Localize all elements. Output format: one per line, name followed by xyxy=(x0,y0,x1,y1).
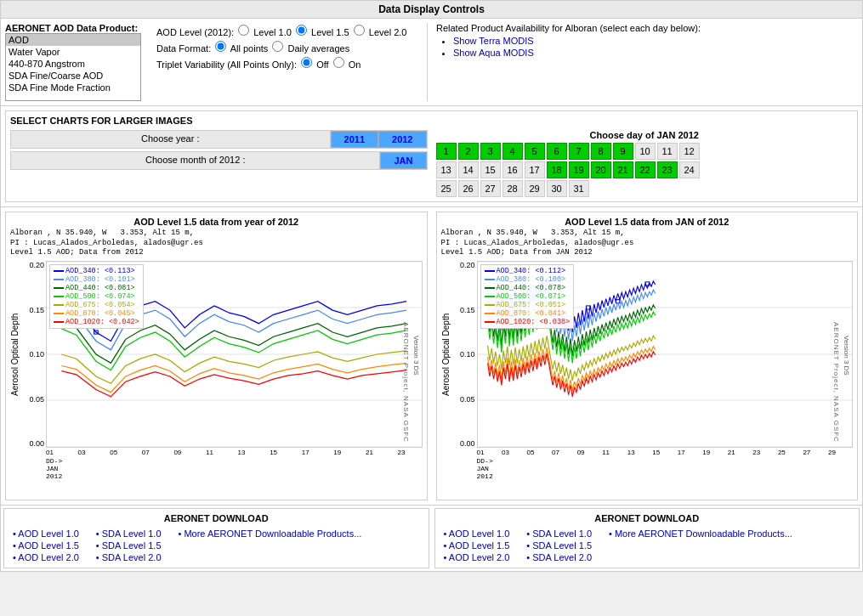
left-nasa-watermark: AERONET Project, NASA GSFC xyxy=(402,322,410,443)
cal-day-2[interactable]: 2 xyxy=(458,143,479,160)
left-aod-15-link[interactable]: AOD Level 1.5 xyxy=(13,540,79,551)
cal-day-5[interactable]: 5 xyxy=(525,143,545,160)
right-more-link[interactable]: More AERONET Downloadable Products... xyxy=(609,528,792,540)
legend-500: AOD_500: <0.074> xyxy=(54,292,139,301)
cal-day-17[interactable]: 17 xyxy=(525,161,545,178)
left-y-ticks: 0.20 0.15 0.10 0.05 0.00 xyxy=(22,261,46,448)
aqua-modis-link[interactable]: Show Aqua MODIS xyxy=(453,48,534,58)
cal-day-12[interactable]: 12 xyxy=(679,143,700,160)
cal-day-11[interactable]: 11 xyxy=(657,143,678,160)
r-legend-675: AOD_675: <0.051> xyxy=(485,301,571,309)
right-sda-15-link[interactable]: SDA Level 1.5 xyxy=(526,540,592,551)
right-aod-10-link[interactable]: AOD Level 1.0 xyxy=(444,528,510,540)
cal-day-27[interactable]: 27 xyxy=(480,180,501,197)
cal-day-22[interactable]: 22 xyxy=(635,161,656,178)
right-chart-container: AOD Level 1.5 data from JAN of 2012 Albo… xyxy=(436,212,859,500)
cal-day-6[interactable]: 6 xyxy=(547,143,567,160)
left-aod-10-link[interactable]: AOD Level 1.0 xyxy=(13,528,79,540)
cal-day-28[interactable]: 28 xyxy=(502,180,523,197)
year-2012-button[interactable]: 2012 xyxy=(378,131,426,148)
cal-day-31[interactable]: 31 xyxy=(569,180,589,197)
product-aod[interactable]: AOD xyxy=(6,34,140,46)
right-sda-20-link[interactable]: SDA Level 2.0 xyxy=(526,551,592,563)
cal-day-9[interactable]: 9 xyxy=(613,143,633,160)
product-sda-fine-mode[interactable]: SDA Fine Mode Fraction xyxy=(6,82,140,93)
cal-day-23[interactable]: 23 xyxy=(657,161,678,178)
download-row: AERONET DOWNLOAD AOD Level 1.0 AOD Level… xyxy=(1,505,862,571)
right-x-ticks: 0103050709 1113151719 2123252729 xyxy=(441,449,854,456)
triplet-on-radio[interactable] xyxy=(333,57,344,68)
cal-day-25[interactable]: 25 xyxy=(436,180,457,197)
aod-level-row: AOD Level (2012): Level 1.0 Level 1.5 Le… xyxy=(156,23,406,39)
product-watervapor[interactable]: Water Vapor xyxy=(6,46,140,58)
month-jan-button[interactable]: JAN xyxy=(380,152,426,169)
right-sda-10-link[interactable]: SDA Level 1.0 xyxy=(526,528,592,540)
aod-level-10-radio[interactable] xyxy=(238,25,249,36)
right-aod-col: AOD Level 1.0 AOD Level 1.5 AOD Level 2.… xyxy=(444,528,510,563)
calendar-row-1: 1 2 3 4 5 6 7 8 9 10 11 12 xyxy=(436,143,854,160)
year-2011-button[interactable]: 2011 xyxy=(331,131,378,148)
triplet-off-radio[interactable] xyxy=(301,57,312,68)
cal-day-21[interactable]: 21 xyxy=(613,161,633,178)
cal-day-10[interactable]: 10 xyxy=(635,143,656,160)
cal-day-18[interactable]: 18 xyxy=(547,161,567,178)
aod-level-20-radio[interactable] xyxy=(354,25,365,36)
left-chart-container: AOD Level 1.5 data from year of 2012 Alb… xyxy=(5,212,428,500)
format-daily-radio[interactable] xyxy=(272,41,283,52)
cal-day-13[interactable]: 13 xyxy=(436,161,457,178)
cal-day-3[interactable]: 3 xyxy=(480,143,501,160)
year-buttons: 2011 2012 xyxy=(331,131,427,148)
cal-day-4[interactable]: 4 xyxy=(502,143,523,160)
right-chart-meta: Alboran , N 35.940, W 3.353, Alt 15 m, P… xyxy=(441,229,854,258)
r-legend-340: AOD_340: <0.112> xyxy=(485,267,571,275)
left-version-label: Version 3 DS xyxy=(412,336,420,376)
left-aod-20-link[interactable]: AOD Level 2.0 xyxy=(13,551,79,563)
cal-day-29[interactable]: 29 xyxy=(525,180,545,197)
product-angstrom[interactable]: 440-870 Angstrom xyxy=(6,58,140,70)
left-sda-15-link[interactable]: SDA Level 1.5 xyxy=(96,540,162,551)
select-charts-section: SELECT CHARTS FOR LARGER IMAGES Choose y… xyxy=(5,110,858,202)
cal-day-30[interactable]: 30 xyxy=(547,180,567,197)
left-aod-col: AOD Level 1.0 AOD Level 1.5 AOD Level 2.… xyxy=(13,528,79,563)
product-sda-fine-coarse[interactable]: SDA Fine/Coarse AOD xyxy=(6,70,140,82)
format-allpoints-radio[interactable] xyxy=(215,41,226,52)
aqua-modis-item: Show Aqua MODIS xyxy=(453,48,858,58)
calendar-row-3: 25 26 27 28 29 30 31 xyxy=(436,180,854,197)
cal-day-24[interactable]: 24 xyxy=(679,161,700,178)
product-listbox[interactable]: AOD Water Vapor 440-870 Angstrom SDA Fin… xyxy=(5,33,141,101)
related-products: Related Product Availability for Alboran… xyxy=(436,23,858,58)
controls-section: AERONET AOD Data Product: AOD Water Vapo… xyxy=(1,19,862,106)
cal-day-20[interactable]: 20 xyxy=(591,161,611,178)
right-download-links: AOD Level 1.0 AOD Level 1.5 AOD Level 2.… xyxy=(444,528,851,563)
cal-day-14[interactable]: 14 xyxy=(458,161,479,178)
aod-level-label: AOD Level (2012): xyxy=(156,27,234,37)
legend-675: AOD_675: <0.054> xyxy=(54,301,139,309)
cal-day-15[interactable]: 15 xyxy=(480,161,501,178)
year-label: Choose year : xyxy=(11,131,331,148)
cal-day-16[interactable]: 16 xyxy=(502,161,523,178)
cal-day-1[interactable]: 1 xyxy=(436,143,457,160)
left-sda-10-link[interactable]: SDA Level 1.0 xyxy=(96,528,162,540)
legend-1020: AOD_1020: <0.042> xyxy=(54,318,139,326)
month-label: Choose month of 2012 : xyxy=(11,152,380,169)
left-download-links: AOD Level 1.0 AOD Level 1.5 AOD Level 2.… xyxy=(13,528,420,563)
cal-day-8[interactable]: 8 xyxy=(591,143,611,160)
legend-340: AOD_340: <0.113> xyxy=(54,267,139,275)
main-container: Data Display Controls AERONET AOD Data P… xyxy=(0,0,863,572)
cal-day-7[interactable]: 7 xyxy=(569,143,589,160)
cal-day-26[interactable]: 26 xyxy=(458,180,479,197)
left-sda-20-link[interactable]: SDA Level 2.0 xyxy=(96,551,162,563)
data-format-row: Data Format: All points Daily averages xyxy=(156,39,406,55)
right-nasa-watermark: AERONET Project, NASA GSFC xyxy=(832,322,840,443)
right-aod-15-link[interactable]: AOD Level 1.5 xyxy=(444,540,510,551)
cal-day-19[interactable]: 19 xyxy=(569,161,589,178)
left-more-col: More AERONET Downloadable Products... xyxy=(179,528,362,563)
aod-level-15-radio[interactable] xyxy=(296,25,307,36)
calendar-grid: 1 2 3 4 5 6 7 8 9 10 11 12 xyxy=(436,143,854,197)
triplet-label: Triplet Variability (All Points Only): xyxy=(156,59,297,70)
right-aod-20-link[interactable]: AOD Level 2.0 xyxy=(444,551,510,563)
terra-modis-link[interactable]: Show Terra MODIS xyxy=(453,36,534,46)
year-row: Choose year : 2011 2012 xyxy=(10,130,428,149)
r-legend-440: AOD_440: <0.078> xyxy=(485,284,571,292)
left-more-link[interactable]: More AERONET Downloadable Products... xyxy=(179,528,362,540)
